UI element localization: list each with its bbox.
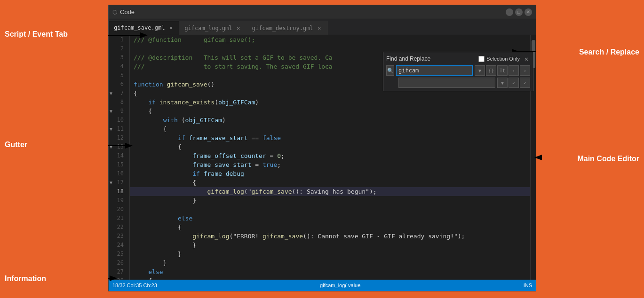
maximize-button[interactable]: □: [515, 8, 523, 16]
tab-close-gifcam-log[interactable]: ✕: [235, 25, 242, 31]
dialog-title: Find and Replace: [386, 55, 430, 62]
prev-btn[interactable]: ‹: [509, 65, 519, 76]
code-line: /// @function gifcam_save();: [130, 35, 530, 44]
line-number: 21: [117, 214, 124, 223]
find-replace-dialog: Find and Replace Selection Only ✕ 🔍 ▼ {}…: [383, 52, 533, 91]
search-replace-label: Search / Replace: [574, 46, 644, 58]
code-line: {: [130, 142, 530, 151]
fold-arrow[interactable]: ▼: [110, 142, 112, 151]
code-line: else: [130, 267, 530, 276]
line-number: 11: [117, 125, 124, 133]
code-line: with (obj_GIFCam): [130, 116, 530, 125]
line-number: 26: [117, 259, 124, 267]
fold-arrow[interactable]: ▼: [110, 89, 112, 98]
line-number: 3: [120, 53, 124, 62]
line-number: 28: [117, 276, 124, 280]
selection-only-checkbox[interactable]: [478, 56, 485, 62]
code-icon: ⬡: [112, 9, 117, 16]
code-line: {: [130, 125, 530, 133]
code-line: }: [130, 259, 530, 267]
dialog-close-button[interactable]: ✕: [523, 55, 530, 63]
editor-area: 123456▼78▼910▼1112▼13141516▼171819202122…: [109, 35, 536, 280]
tab-close-gifcam-save[interactable]: ✕: [167, 24, 174, 31]
replace-all-btn[interactable]: ✓: [520, 78, 530, 88]
gutter-line: 24: [109, 241, 126, 250]
gutter-line: 4: [109, 62, 126, 71]
tab-label-gifcam-destroy: gifcam_destroy.gml: [252, 25, 313, 31]
dropdown-btn[interactable]: ▼: [475, 65, 485, 76]
replace-one-btn[interactable]: ✓: [509, 78, 519, 88]
gutter-line: 18: [109, 187, 126, 196]
fold-arrow[interactable]: ▼: [110, 276, 112, 280]
gutter-line: ▼17: [109, 178, 126, 187]
tab-close-gifcam-destroy[interactable]: ✕: [316, 25, 323, 31]
curly-braces-btn[interactable]: {}: [486, 65, 496, 76]
fold-arrow[interactable]: ▼: [110, 107, 112, 116]
gutter-line: 19: [109, 196, 126, 205]
selection-only-text: Selection Only: [486, 56, 520, 62]
gutter-line: 10: [109, 116, 126, 125]
line-number: 18: [117, 187, 124, 196]
gutter-line: ▼7: [109, 89, 126, 98]
match-case-btn[interactable]: Tt: [497, 65, 508, 76]
code-line: {: [130, 107, 530, 116]
replace-input[interactable]: [398, 78, 495, 88]
status-bar: 18/32 Col:35 Ch:23 gifcam_log( value INS: [109, 280, 536, 291]
code-line: if frame_save_start == false: [130, 133, 530, 142]
code-line: {: [130, 223, 530, 232]
title-bar: ⬡ Code − □ ✕: [109, 5, 536, 19]
search-row: 🔍 ▼ {} Tt ‹ ›: [386, 65, 530, 76]
gutter-line: ▼9: [109, 107, 126, 116]
code-line: gifcam_log("ERROR! gifcam_save(): Cannot…: [130, 232, 530, 241]
line-number: 7: [120, 89, 124, 98]
tab-gifcam-log[interactable]: gifcam_log.gml ✕: [179, 21, 246, 35]
line-number: 10: [117, 116, 124, 125]
gutter-line: 15: [109, 160, 126, 169]
gutter-line: 21: [109, 214, 126, 223]
status-mode: INS: [524, 282, 532, 288]
gutter-label: Gutter: [0, 139, 32, 151]
code-line: gifcam_log("gifcam_save(): Saving has be…: [130, 187, 530, 196]
replace-dropdown-btn[interactable]: ▼: [497, 78, 508, 88]
line-number: 1: [120, 35, 124, 44]
search-input[interactable]: [396, 65, 473, 76]
line-number: 5: [120, 71, 124, 80]
gutter-line: 22: [109, 223, 126, 232]
window-title: Code: [120, 8, 135, 16]
gutter-line: 20: [109, 205, 126, 214]
tab-gifcam-destroy[interactable]: gifcam_destroy.gml ✕: [247, 21, 328, 35]
line-number: 15: [117, 160, 124, 169]
gutter-line: 3: [109, 53, 126, 62]
close-window-button[interactable]: ✕: [525, 8, 532, 16]
line-number: 20: [117, 205, 124, 214]
tab-label-gifcam-save: gifcam_save.gml: [114, 24, 165, 31]
gutter-line: 16: [109, 169, 126, 178]
fold-arrow[interactable]: ▼: [110, 178, 112, 187]
selection-only-label[interactable]: Selection Only: [478, 56, 520, 62]
next-btn[interactable]: ›: [520, 65, 530, 76]
gutter-line: 6: [109, 80, 126, 89]
tab-gifcam-save[interactable]: gifcam_save.gml ✕: [109, 21, 179, 35]
search-icon-btn[interactable]: 🔍: [386, 65, 394, 76]
line-number: 23: [117, 232, 124, 241]
line-number: 9: [120, 107, 124, 116]
code-line: }: [130, 241, 530, 250]
ide-window: ⬡ Code − □ ✕ gifcam_save.gml ✕ gifcam_lo…: [108, 5, 536, 291]
line-number: 8: [120, 98, 124, 107]
code-line: [130, 205, 530, 214]
code-line: {: [130, 178, 530, 187]
fold-arrow[interactable]: ▼: [110, 125, 112, 133]
status-function: gifcam_log( value: [320, 282, 360, 288]
code-line: {: [130, 276, 530, 280]
status-position: 18/32 Col:35 Ch:23: [112, 282, 157, 288]
gutter-line: ▼13: [109, 142, 126, 151]
minimize-button[interactable]: −: [506, 8, 513, 16]
search-action-btns: ▼ {} Tt ‹ ›: [475, 65, 530, 76]
line-number: 14: [117, 151, 124, 160]
line-number: 17: [117, 178, 124, 187]
line-number: 27: [117, 267, 124, 276]
gutter-line: ▼28: [109, 276, 126, 280]
replace-action-btns: ▼ ✓ ✓: [497, 78, 530, 88]
code-line: if frame_debug: [130, 169, 530, 178]
information-label: Information: [0, 273, 51, 285]
